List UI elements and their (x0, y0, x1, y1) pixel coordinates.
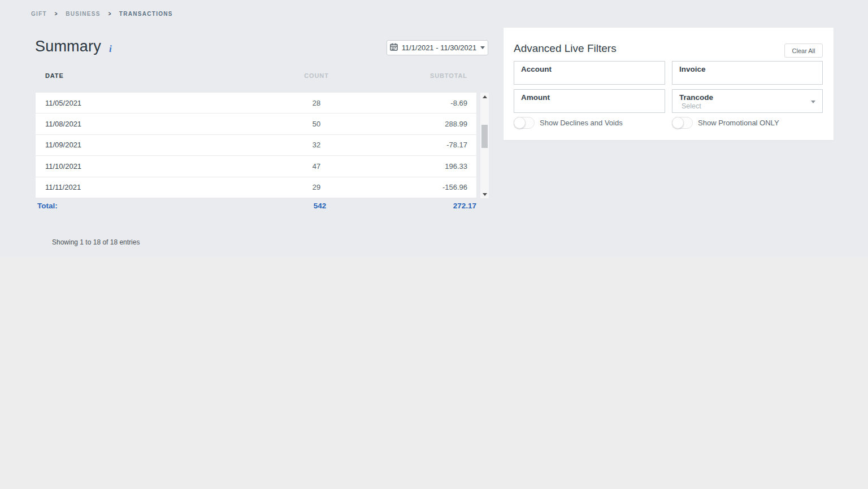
summary-scrollbar[interactable] (480, 93, 489, 198)
clear-all-button[interactable]: Clear All (784, 43, 823, 58)
date-range-label: 11/1/2021 - 11/30/2021 (402, 43, 477, 52)
scroll-up-arrow-icon[interactable] (480, 93, 489, 101)
invoice-field[interactable]: Invoice (672, 61, 823, 85)
table-row: 11/10/2021 47 196.33 (36, 156, 476, 177)
cell-subtotal: -156.96 (396, 183, 467, 191)
amount-field[interactable]: Amount (514, 89, 665, 113)
toggle-show-promotional[interactable]: Show Promotional ONLY (672, 117, 779, 129)
cell-date: 11/05/2021 (45, 99, 237, 107)
cell-count: 50 (237, 120, 396, 128)
breadcrumb-item-gift[interactable]: GIFT (31, 11, 47, 17)
breadcrumb-item-transactions: TRANSACTIONS (119, 11, 173, 17)
calendar-icon (390, 43, 398, 53)
invoice-label: Invoice (679, 65, 817, 73)
summary-table-header: DATE COUNT SUBTOTAL (36, 72, 476, 79)
chevron-down-icon (480, 46, 485, 49)
cell-date: 11/10/2021 (45, 162, 237, 171)
cell-count: 29 (237, 183, 396, 191)
table-row: 11/11/2021 29 -156.96 (36, 177, 476, 198)
cell-date: 11/09/2021 (45, 141, 237, 149)
cell-subtotal: 288.99 (396, 120, 467, 128)
total-subtotal: 272.17 (399, 202, 476, 210)
breadcrumb: GIFT > BUSINESS > TRANSACTIONS (31, 11, 173, 17)
chevron-down-icon (811, 101, 815, 103)
cell-date: 11/08/2021 (45, 120, 237, 128)
cell-date: 11/11/2021 (45, 183, 237, 191)
trancode-select[interactable]: Trancode Select (672, 89, 823, 113)
summary-table-body: 11/05/2021 28 -8.69 11/08/2021 50 288.99… (36, 93, 476, 198)
account-label: Account (521, 65, 659, 73)
chevron-right-icon: > (55, 11, 58, 17)
cell-count: 32 (237, 141, 396, 149)
column-header-count[interactable]: COUNT (237, 72, 396, 79)
trancode-label: Trancode (679, 93, 817, 102)
trancode-placeholder: Select (679, 102, 817, 110)
total-label: Total: (37, 202, 241, 210)
details-section: TRANSACTION DETAILS FOR DATE RANGE (11/0… (0, 257, 868, 489)
entries-summary: Showing 1 to 18 of 18 entries (52, 238, 140, 246)
cell-subtotal: -8.69 (396, 99, 467, 107)
advanced-filters-panel: Advanced Live Filters Clear All Account … (504, 28, 834, 140)
column-header-date[interactable]: DATE (45, 72, 237, 79)
cell-count: 47 (237, 162, 396, 171)
table-row: 11/08/2021 50 288.99 (36, 113, 476, 134)
summary-section: GIFT > BUSINESS > TRANSACTIONS Summary i… (0, 0, 868, 257)
cell-subtotal: -78.17 (396, 141, 467, 149)
info-icon[interactable]: i (109, 43, 112, 55)
toggle-switch[interactable] (514, 117, 535, 129)
toggle-promo-label: Show Promotional ONLY (698, 119, 779, 127)
page-title: Summary (35, 38, 101, 55)
cell-subtotal: 196.33 (396, 162, 467, 171)
scrollbar-thumb[interactable] (481, 125, 488, 148)
scroll-down-arrow-icon[interactable] (480, 190, 489, 198)
breadcrumb-item-business[interactable]: BUSINESS (66, 11, 101, 17)
account-field[interactable]: Account (514, 61, 665, 85)
column-header-subtotal[interactable]: SUBTOTAL (396, 72, 467, 79)
cell-count: 28 (237, 99, 396, 107)
toggle-show-declines[interactable]: Show Declines and Voids (514, 117, 623, 129)
table-row: 11/09/2021 32 -78.17 (36, 135, 476, 156)
total-count: 542 (241, 202, 399, 210)
amount-label: Amount (521, 93, 659, 102)
filters-title: Advanced Live Filters (514, 42, 617, 55)
summary-total-row: Total: 542 272.17 (36, 202, 476, 210)
toggle-declines-label: Show Declines and Voids (540, 119, 623, 127)
date-range-button[interactable]: 11/1/2021 - 11/30/2021 (387, 40, 488, 55)
toggle-switch[interactable] (672, 117, 693, 129)
invoice-input[interactable] (679, 75, 817, 83)
table-row: 11/05/2021 28 -8.69 (36, 93, 476, 113)
account-input[interactable] (521, 75, 659, 83)
amount-input[interactable] (521, 103, 659, 111)
chevron-right-icon: > (108, 11, 111, 17)
